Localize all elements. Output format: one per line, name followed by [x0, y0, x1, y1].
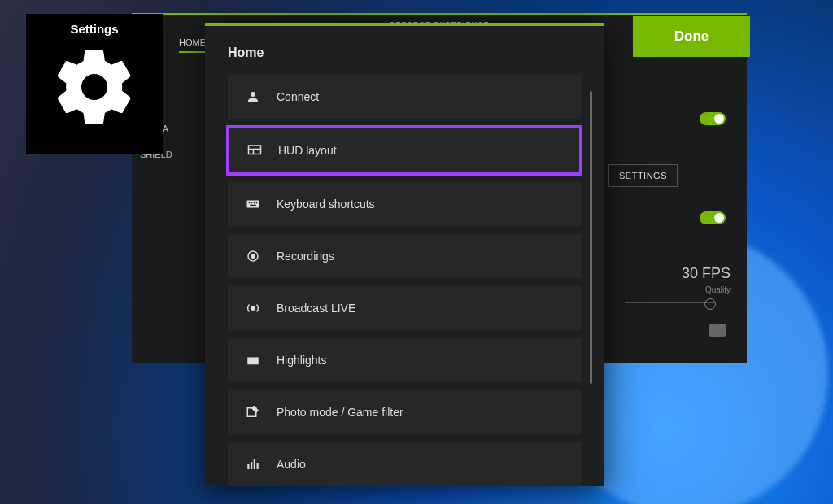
svg-rect-5 [251, 202, 253, 204]
gear-icon [50, 42, 139, 132]
right-options-panel: SETTINGS 30 FPS Quality [608, 112, 747, 303]
option-label: Highlights [277, 354, 326, 367]
clapper-icon [244, 353, 262, 367]
chat-icon[interactable] [709, 324, 726, 337]
svg-rect-8 [250, 205, 256, 206]
option-label: HUD layout [278, 144, 337, 157]
settings-card-title: Settings [70, 22, 118, 36]
tab-home[interactable]: HOME [179, 34, 206, 55]
svg-rect-3 [247, 201, 259, 208]
option-connect[interactable]: Connect [228, 75, 581, 119]
keyboard-icon [244, 197, 262, 211]
svg-rect-4 [249, 202, 251, 204]
option-label: Connect [277, 90, 319, 103]
quality-label: Quality [608, 285, 731, 294]
svg-rect-15 [254, 459, 255, 469]
option-label: Recordings [277, 250, 334, 263]
record-icon [244, 249, 262, 263]
svg-rect-7 [256, 202, 258, 204]
option-hud-layout[interactable]: HUD layout [228, 127, 581, 174]
option-label: Keyboard shortcuts [277, 198, 375, 211]
option-broadcast-live[interactable]: Broadcast LIVE [228, 286, 581, 330]
done-button-label: Done [674, 28, 709, 45]
panel-scrollbar[interactable] [590, 91, 592, 384]
overlay-settings-button[interactable]: SETTINGS [608, 164, 678, 187]
equalizer-icon [244, 457, 262, 471]
option-photo-mode[interactable]: Photo mode / Game filter [228, 390, 581, 434]
broadcast-icon [244, 301, 262, 315]
option-label: Broadcast LIVE [277, 302, 355, 315]
done-button[interactable]: Done [633, 16, 750, 57]
option-label: Audio [277, 458, 306, 471]
option-keyboard-shortcuts[interactable]: Keyboard shortcuts [228, 182, 581, 226]
svg-point-11 [251, 306, 255, 311]
image-edit-icon [244, 405, 262, 419]
svg-rect-14 [251, 462, 252, 469]
secondary-toggle[interactable] [700, 211, 726, 224]
option-label: Photo mode / Game filter [277, 406, 403, 419]
overlay-toggle[interactable] [700, 112, 726, 125]
fps-value: 30 FPS [608, 265, 731, 282]
overlay-settings-panel: Home Connect HUD layout Keyboard shortcu… [205, 23, 604, 486]
panel-title: Home [228, 46, 581, 60]
layout-icon [246, 143, 264, 158]
svg-rect-6 [254, 202, 255, 204]
svg-rect-16 [257, 463, 259, 470]
person-icon [244, 89, 262, 104]
svg-point-10 [251, 254, 255, 259]
option-recordings[interactable]: Recordings [228, 234, 581, 278]
settings-card[interactable]: Settings [26, 14, 163, 154]
svg-rect-13 [247, 464, 249, 469]
option-audio[interactable]: Audio [228, 442, 581, 486]
option-highlights[interactable]: Highlights [228, 338, 581, 382]
quality-slider[interactable] [625, 302, 714, 303]
